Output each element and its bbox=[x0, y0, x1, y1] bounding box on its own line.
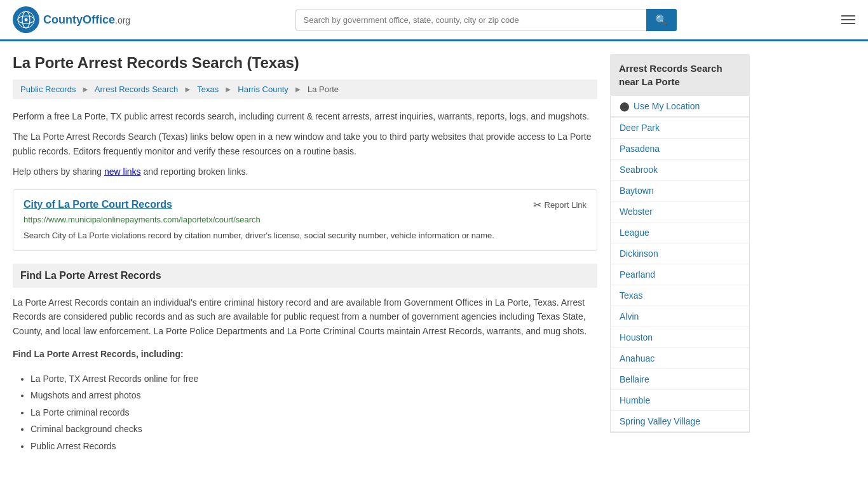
logo-icon bbox=[13, 6, 39, 33]
sidebar-item[interactable]: Humble bbox=[611, 390, 749, 411]
sidebar-link-pasadena[interactable]: Pasadena bbox=[611, 139, 749, 159]
breadcrumb-sep-1: ► bbox=[81, 85, 90, 94]
sidebar-link-deer-park[interactable]: Deer Park bbox=[611, 118, 749, 138]
sidebar-link-anahuac[interactable]: Anahuac bbox=[611, 348, 749, 369]
breadcrumb-sep-4: ► bbox=[294, 85, 302, 94]
list-item: Criminal background checks bbox=[31, 421, 597, 438]
breadcrumb-sep-2: ► bbox=[184, 85, 192, 94]
search-area: 🔍 bbox=[295, 9, 677, 31]
logo-text: CountyOffice.org bbox=[43, 13, 130, 27]
search-input[interactable] bbox=[295, 10, 646, 30]
list-item: La Porte criminal records bbox=[31, 404, 597, 421]
record-card-header: City of La Porte Court Records ✂ Report … bbox=[24, 199, 587, 211]
sidebar-item[interactable]: Deer Park bbox=[611, 118, 749, 139]
breadcrumb: Public Records ► Arrest Records Search ►… bbox=[13, 79, 597, 99]
sidebar-item[interactable]: Spring Valley Village bbox=[611, 411, 749, 432]
main-container: La Porte Arrest Records Search (Texas) P… bbox=[0, 41, 868, 468]
sidebar-list: ⬤ Use My Location Deer ParkPasadenaSeabr… bbox=[610, 96, 750, 433]
list-item: La Porte, TX Arrest Records online for f… bbox=[31, 370, 597, 388]
breadcrumb-texas[interactable]: Texas bbox=[197, 85, 219, 94]
sidebar-link-pearland[interactable]: Pearland bbox=[611, 264, 749, 285]
sidebar-item[interactable]: Texas bbox=[611, 285, 749, 306]
search-icon: 🔍 bbox=[655, 15, 668, 25]
site-header: CountyOffice.org 🔍 bbox=[0, 0, 868, 41]
sidebar-link-seabrook[interactable]: Seabrook bbox=[611, 159, 749, 180]
sidebar-item[interactable]: Seabrook bbox=[611, 159, 749, 180]
breadcrumb-arrest-records[interactable]: Arrest Records Search bbox=[95, 85, 179, 94]
sidebar-item[interactable]: Webster bbox=[611, 201, 749, 222]
breadcrumb-public-records[interactable]: Public Records bbox=[20, 85, 76, 94]
use-location-label: Use My Location bbox=[634, 101, 700, 111]
sidebar-link-league[interactable]: League bbox=[611, 222, 749, 243]
sidebar-link-dickinson[interactable]: Dickinson bbox=[611, 243, 749, 264]
logo-area: CountyOffice.org bbox=[13, 6, 130, 33]
sidebar-link-bellaire[interactable]: Bellaire bbox=[611, 369, 749, 390]
breadcrumb-sep-3: ► bbox=[224, 85, 233, 94]
search-button[interactable]: 🔍 bbox=[646, 9, 677, 31]
breadcrumb-harris-county[interactable]: Harris County bbox=[238, 85, 288, 94]
sidebar-link-humble[interactable]: Humble bbox=[611, 390, 749, 410]
find-section-body: La Porte Arrest Records contain an indiv… bbox=[13, 295, 597, 338]
sidebar-item[interactable]: Bellaire bbox=[611, 369, 749, 390]
new-links-link[interactable]: new links bbox=[104, 166, 141, 177]
sidebar-link-webster[interactable]: Webster bbox=[611, 201, 749, 222]
sidebar-header: Arrest Records Search near La Porte bbox=[610, 54, 750, 96]
sidebar-item[interactable]: Anahuac bbox=[611, 348, 749, 369]
report-link-button[interactable]: ✂ Report Link bbox=[533, 199, 587, 211]
sidebar: Arrest Records Search near La Porte ⬤ Us… bbox=[610, 54, 750, 455]
breadcrumb-la-porte: La Porte bbox=[308, 85, 339, 94]
sidebar-item[interactable]: League bbox=[611, 222, 749, 243]
sidebar-item[interactable]: Houston bbox=[611, 327, 749, 348]
svg-point-3 bbox=[25, 18, 28, 22]
find-section-header: Find La Porte Arrest Records bbox=[13, 264, 597, 288]
menu-button[interactable] bbox=[841, 15, 855, 24]
content-area: La Porte Arrest Records Search (Texas) P… bbox=[13, 54, 597, 455]
sidebar-item[interactable]: Pearland bbox=[611, 264, 749, 285]
description-3: Help others by sharing new links and rep… bbox=[13, 165, 597, 179]
list-item: Public Arrest Records bbox=[31, 438, 597, 455]
description-2: The La Porte Arrest Records Search (Texa… bbox=[13, 130, 597, 158]
page-title: La Porte Arrest Records Search (Texas) bbox=[13, 54, 597, 72]
find-section-subheader: Find La Porte Arrest Records, including: bbox=[13, 347, 597, 361]
sidebar-item[interactable]: Alvin bbox=[611, 306, 749, 327]
sidebar-link-texas[interactable]: Texas bbox=[611, 285, 749, 306]
sidebar-link-alvin[interactable]: Alvin bbox=[611, 306, 749, 327]
sidebar-item[interactable]: Pasadena bbox=[611, 139, 749, 159]
description-1: Perform a free La Porte, TX public arres… bbox=[13, 109, 597, 123]
record-url: https://www.municipalonlinepayments.com/… bbox=[24, 215, 587, 224]
sidebar-use-location[interactable]: ⬤ Use My Location bbox=[611, 96, 749, 118]
sidebar-item[interactable]: Dickinson bbox=[611, 243, 749, 264]
sidebar-link-spring-valley-village[interactable]: Spring Valley Village bbox=[611, 411, 749, 431]
record-card-title[interactable]: City of La Porte Court Records bbox=[24, 199, 172, 210]
scissors-icon: ✂ bbox=[533, 199, 541, 211]
record-description: Search City of La Porte violations recor… bbox=[24, 229, 587, 242]
sidebar-item[interactable]: Baytown bbox=[611, 180, 749, 201]
sidebar-link-baytown[interactable]: Baytown bbox=[611, 180, 749, 201]
record-card: City of La Porte Court Records ✂ Report … bbox=[13, 189, 597, 252]
location-icon: ⬤ bbox=[620, 101, 630, 111]
list-item: Mugshots and arrest photos bbox=[31, 387, 597, 404]
sidebar-link-houston[interactable]: Houston bbox=[611, 327, 749, 348]
arrest-list: La Porte, TX Arrest Records online for f… bbox=[31, 370, 597, 455]
